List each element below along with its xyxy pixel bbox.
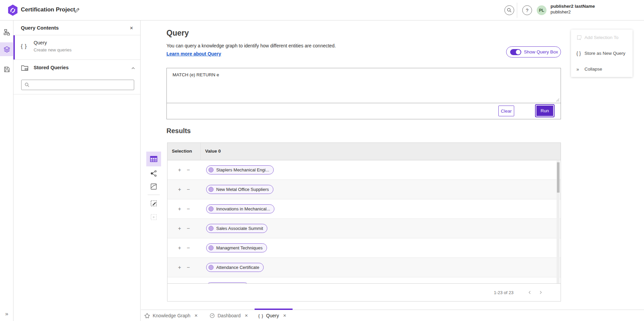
user-menu[interactable]: publisher2 lastName publisher2: [551, 4, 595, 15]
table-row: +− Sales Associate Summit: [167, 219, 561, 238]
results-scrollbar[interactable]: [557, 161, 560, 283]
link-chart-icon: [150, 170, 157, 177]
stored-queries-search-input[interactable]: [32, 82, 134, 87]
menu-item-collapse[interactable]: » Collapse: [571, 61, 633, 77]
link-chart-view-button[interactable]: [146, 167, 161, 179]
results-table-container: Selection Value 0 +− Staplers Mechanical…: [167, 143, 561, 302]
query-item-selected[interactable]: { } Query Create new queries: [13, 35, 140, 60]
panel-title: Query Contents: [21, 25, 59, 31]
next-page-button[interactable]: [537, 288, 545, 296]
map-icon: [150, 183, 157, 190]
toggle-switch-on[interactable]: [510, 49, 521, 55]
entity-label: New Metal Office Suppliers: [216, 187, 269, 192]
entity-pill[interactable]: Staplers Mechanical Engi...: [206, 165, 274, 174]
close-tab-icon[interactable]: ✕: [245, 313, 248, 318]
resize-grip[interactable]: [556, 98, 560, 102]
layers-button-active[interactable]: [0, 42, 13, 56]
query-text: MATCH (e) RETURN e: [173, 72, 219, 77]
add-to-map-button[interactable]: [146, 197, 161, 210]
entity-pill[interactable]: Managment Techniques: [206, 243, 267, 252]
remove-from-selection-button[interactable]: −: [186, 167, 191, 173]
close-tab-icon[interactable]: ✕: [194, 313, 198, 318]
query-item-subtitle: Create new queries: [34, 47, 72, 52]
add-to-selection-button[interactable]: +: [177, 265, 182, 271]
global-search-button[interactable]: [504, 5, 514, 15]
entity-label: Innovations in Mechanical...: [216, 206, 270, 211]
remove-from-selection-button[interactable]: −: [186, 245, 191, 251]
add-to-selection-button[interactable]: +: [177, 167, 182, 173]
expand-rail-button[interactable]: »: [0, 309, 13, 319]
braces-icon: { }: [258, 313, 263, 318]
results-table-header: Selection Value 0: [167, 143, 561, 160]
remove-from-selection-button[interactable]: −: [186, 226, 191, 232]
show-query-box-toggle[interactable]: Show Query Box: [506, 46, 561, 57]
stored-queries-header[interactable]: Stored Queries: [13, 60, 140, 77]
table-view-button[interactable]: [146, 152, 161, 166]
scrollbar-thumb[interactable]: [557, 162, 560, 193]
edit-title-button[interactable]: [73, 6, 81, 15]
remove-from-selection-button[interactable]: −: [186, 265, 191, 271]
remove-from-selection-button[interactable]: −: [186, 206, 191, 212]
menu-item-label: Add Selection To: [584, 35, 618, 40]
remove-from-selection-button[interactable]: −: [186, 187, 191, 193]
close-tab-icon[interactable]: ✕: [283, 313, 286, 318]
entity-pill[interactable]: Attendance Certificate: [206, 263, 264, 272]
double-chevron-icon: »: [5, 311, 8, 317]
close-icon: ✕: [130, 26, 134, 31]
braces-icon: { }: [576, 51, 584, 56]
query-editor-footer: Clear Run: [167, 103, 561, 119]
question-icon: ?: [526, 8, 529, 13]
entity-label: Sales Associate Summit: [216, 226, 263, 231]
learn-more-link[interactable]: Learn more about Query: [166, 51, 221, 56]
add-to-selection-button[interactable]: +: [177, 206, 182, 212]
app-root: Certification Project ? PL publisher2 la…: [0, 0, 644, 321]
chevron-up-icon: [131, 66, 136, 71]
menu-item-label: Collapse: [584, 67, 602, 72]
save-button[interactable]: [0, 63, 13, 76]
tab-dashboard[interactable]: Dashboard ✕: [210, 310, 248, 321]
column-header-value0: Value 0: [205, 149, 221, 154]
tab-knowledge-graph[interactable]: Knowledge Graph ✕: [144, 310, 198, 321]
app-logo-icon[interactable]: [7, 4, 19, 17]
user-avatar[interactable]: PL: [537, 5, 546, 15]
table-icon: [150, 155, 158, 163]
braces-icon: { }: [21, 43, 27, 49]
results-rows: +− Staplers Mechanical Engi... +− New Me…: [167, 160, 561, 284]
data-model-button[interactable]: [0, 25, 13, 39]
results-pagination: 1-23 of 23: [167, 283, 561, 301]
query-description: You can query a knowledge graph to ident…: [166, 43, 336, 48]
toggle-label: Show Query Box: [524, 49, 558, 54]
stored-queries-search[interactable]: [21, 80, 134, 90]
add-to-selection-button[interactable]: +: [177, 187, 182, 193]
query-textarea[interactable]: MATCH (e) RETURN e: [167, 68, 561, 103]
row-selection-controls: +−: [167, 180, 200, 199]
run-button[interactable]: Run: [536, 105, 554, 117]
entity-pill[interactable]: New Metal Office Suppliers: [206, 185, 273, 194]
clear-button[interactable]: Clear: [498, 106, 514, 116]
previous-page-button[interactable]: [526, 288, 534, 296]
new-map-button-disabled: [146, 211, 161, 224]
query-heading: Query: [166, 29, 189, 38]
entity-pill[interactable]: Innovations in Mechanical...: [206, 204, 274, 213]
row-selection-controls: +−: [167, 258, 200, 277]
tab-query-active[interactable]: { } Query ✕: [258, 310, 286, 321]
add-to-map-icon: [150, 200, 157, 207]
table-row: +− Electrical Titl...: [167, 277, 561, 284]
column-header-selection: Selection: [172, 149, 192, 154]
toggle-knob: [516, 50, 521, 54]
add-to-selection-button[interactable]: +: [177, 226, 182, 232]
help-button[interactable]: ?: [522, 5, 532, 15]
map-view-button[interactable]: [146, 180, 161, 193]
panel-close-button[interactable]: ✕: [128, 25, 135, 31]
entity-dot-icon: [209, 265, 214, 270]
chevron-left-icon: [528, 290, 532, 294]
entity-pill[interactable]: Sales Associate Summit: [206, 224, 267, 233]
bottom-tab-bar: Knowledge Graph ✕ Dashboard ✕ { } Query …: [141, 310, 644, 321]
row-selection-controls: +−: [167, 277, 200, 284]
topbar-divider: [517, 3, 517, 18]
query-contents-panel: Query Contents ✕ { } Query Create new qu…: [13, 21, 141, 321]
menu-item-store-as-new-query[interactable]: { } Store as New Query: [571, 45, 633, 61]
table-row: +− Innovations in Mechanical...: [167, 199, 561, 219]
add-to-selection-button[interactable]: +: [177, 245, 182, 251]
folder-icon: [21, 64, 29, 71]
